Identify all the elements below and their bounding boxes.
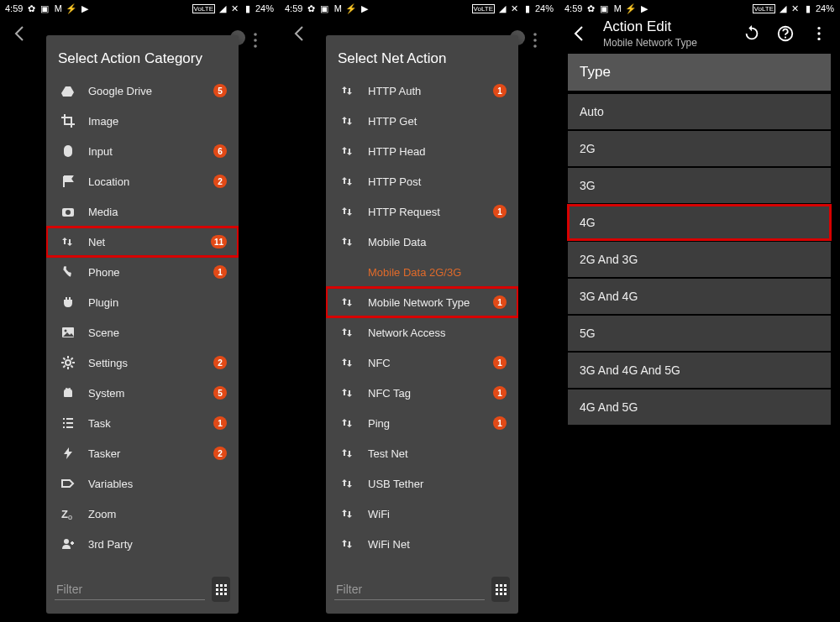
list-item[interactable]: Variables [46, 468, 239, 499]
panel-title: Select Net Action [326, 44, 518, 76]
net-action-list: HTTP Auth1HTTP GetHTTP HeadHTTP PostHTTP… [326, 76, 518, 572]
item-label: WiFi Net [358, 538, 507, 551]
grid-view-button[interactable] [491, 577, 510, 602]
list-item[interactable]: WiFi Net [326, 529, 518, 559]
list-item[interactable]: Task1 [46, 408, 239, 438]
back-button[interactable] [563, 17, 596, 50]
undo-button[interactable] [735, 17, 769, 50]
list-icon [58, 416, 78, 430]
flag-icon [58, 175, 78, 188]
list-item[interactable]: HTTP Request1 [326, 196, 518, 227]
list-item[interactable]: System5 [46, 378, 239, 408]
android-icon [58, 386, 78, 400]
type-option[interactable]: 3G And 4G [568, 279, 831, 314]
type-option[interactable]: 2G [568, 131, 831, 166]
grid-view-button[interactable] [212, 577, 230, 602]
type-option[interactable]: 3G [568, 168, 831, 203]
swap-icon [338, 356, 358, 369]
swap-icon [338, 477, 358, 490]
list-item[interactable]: Ping1 [326, 408, 518, 438]
list-item[interactable]: NFC1 [326, 348, 518, 378]
list-item[interactable]: Mobile Data [326, 227, 518, 257]
topbar: Action Edit Mobile Network Type [559, 17, 839, 50]
app-icon: ▣ [39, 3, 50, 13]
bolt-icon: ⚡ [66, 3, 76, 13]
item-label: Tasker [78, 447, 213, 460]
item-label: Settings [78, 357, 213, 369]
list-item[interactable]: HTTP Head [326, 136, 518, 166]
list-item[interactable]: 3rd Party [46, 529, 239, 559]
list-item[interactable]: Location2 [46, 166, 239, 196]
item-label: NFC Tag [358, 387, 493, 400]
status-bar: 4:59 ✿ ▣ M ⚡ ▶ VoLTE ◢ ✕ ▮ 24% [0, 0, 279, 17]
list-item[interactable]: HTTP Auth1 [326, 76, 518, 106]
filter-input[interactable] [334, 579, 485, 600]
list-item[interactable]: Image [46, 106, 239, 136]
menu-overflow-button[interactable] [802, 17, 836, 50]
list-item[interactable]: USB Tether [326, 468, 518, 499]
item-label: Mobile Data [358, 236, 507, 248]
count-badge: 5 [213, 386, 227, 400]
item-label: Variables [78, 478, 227, 490]
gear-icon: ✿ [585, 3, 596, 13]
list-item[interactable]: Plugin [46, 287, 239, 317]
type-option[interactable]: 2G And 3G [568, 242, 831, 277]
list-item[interactable]: Network Access [326, 317, 518, 348]
type-option[interactable]: 4G And 5G [568, 389, 831, 425]
menu-overflow-button[interactable] [523, 29, 547, 52]
swap-icon [338, 84, 358, 97]
count-badge: 1 [493, 386, 507, 400]
list-item[interactable]: NFC Tag1 [326, 378, 518, 408]
swap-icon [338, 295, 358, 309]
list-item[interactable]: HTTP Post [326, 166, 518, 196]
item-label: NFC [358, 357, 493, 369]
type-option[interactable]: Auto [568, 94, 831, 129]
list-item[interactable]: HTTP Get [326, 106, 518, 136]
mail-icon: M [612, 3, 622, 13]
net-action-panel: Select Net Action HTTP Auth1HTTP GetHTTP… [326, 35, 518, 614]
back-button[interactable] [283, 17, 317, 50]
filter-input[interactable] [55, 579, 205, 600]
battery-icon: ▮ [243, 3, 253, 13]
list-item[interactable]: Google Drive5 [46, 76, 239, 106]
list-item[interactable]: Input6 [46, 136, 239, 166]
list-item[interactable]: Mobile Network Type1 [326, 287, 518, 317]
list-item[interactable]: Net11 [46, 227, 239, 257]
status-time: 4:59 [285, 3, 302, 13]
count-badge: 1 [493, 356, 507, 369]
help-button[interactable] [769, 17, 802, 50]
list-item[interactable]: Tasker2 [46, 438, 239, 468]
people-icon [58, 537, 78, 551]
count-badge: 1 [493, 84, 507, 97]
item-label: HTTP Auth [358, 85, 493, 97]
list-item[interactable]: Media [46, 196, 239, 227]
volte-indicator: VoLTE [192, 4, 215, 13]
menu-overflow-button[interactable] [244, 29, 267, 52]
mail-icon: M [53, 3, 63, 13]
signal-x-icon: ✕ [510, 3, 520, 13]
back-button[interactable] [3, 17, 37, 50]
type-option[interactable]: 4G [568, 205, 831, 240]
status-bar: 4:59 ✿ ▣ M ⚡ ▶ VoLTE ◢ ✕ ▮ 24% [280, 0, 559, 17]
battery-icon: ▮ [803, 3, 813, 13]
item-label: Scene [78, 327, 227, 339]
list-item[interactable]: Zoom [46, 499, 239, 529]
swap-icon [58, 235, 78, 248]
item-label: USB Tether [358, 478, 507, 490]
list-item[interactable]: Scene [46, 317, 239, 348]
item-label: Plugin [78, 296, 227, 309]
count-badge: 11 [211, 235, 227, 248]
battery-percent: 24% [535, 3, 554, 13]
swap-icon [338, 386, 358, 400]
list-item[interactable]: Test Net [326, 438, 518, 468]
label-icon [58, 477, 78, 490]
list-item[interactable]: WiFi [326, 499, 518, 529]
type-option[interactable]: 5G [568, 316, 831, 351]
list-item[interactable]: Settings2 [46, 348, 239, 378]
item-label: Mobile Data 2G/3G [358, 266, 507, 279]
item-label: Ping [358, 417, 493, 430]
action-category-panel: Select Action Category Google Drive5Imag… [46, 35, 239, 614]
page-subtitle: Mobile Network Type [603, 37, 735, 49]
list-item[interactable]: Phone1 [46, 257, 239, 287]
type-option[interactable]: 3G And 4G And 5G [568, 353, 831, 388]
